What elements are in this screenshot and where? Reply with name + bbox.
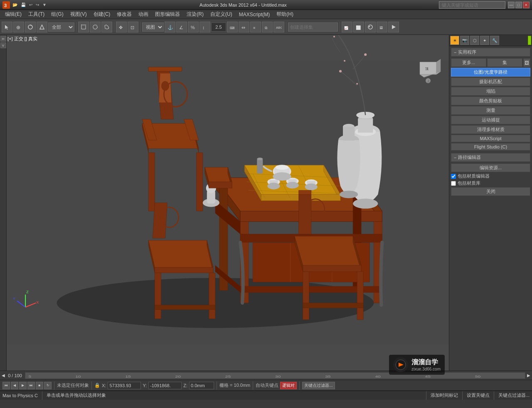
viewport-area[interactable]: [+] 正交 [] 真实 xyxy=(7,35,449,371)
menu-group[interactable]: 组(G) xyxy=(48,10,66,19)
tab-tools[interactable]: 🔧 xyxy=(490,36,499,45)
right-panel: ☀ 📷 ⬡ ✦ 🔧 − 实用程序 更多... 集 🖼 位图/光 xyxy=(449,35,532,371)
menu-view[interactable]: 视图(V) xyxy=(67,10,90,19)
play-btn[interactable]: ⏮ xyxy=(2,382,10,389)
move-tool[interactable]: ⊕ xyxy=(13,22,24,32)
utility-item-3[interactable]: 颜色剪贴板 xyxy=(451,96,530,105)
svg-point-63 xyxy=(273,172,291,181)
autokey-btn[interactable]: 逻辑对 xyxy=(280,382,297,389)
quick-access-save[interactable]: 💾 xyxy=(20,2,27,7)
set-btn[interactable]: 集 xyxy=(487,58,522,67)
search-input[interactable] xyxy=(439,1,505,9)
fence-select[interactable] xyxy=(101,22,112,32)
quick-access-redo[interactable]: ↪ xyxy=(35,2,40,7)
percent-snap[interactable]: % xyxy=(188,22,199,32)
tab-utility[interactable]: ☀ xyxy=(450,36,459,45)
menu-edit[interactable]: 编辑(E) xyxy=(2,10,25,19)
step-back-btn[interactable]: ◀ xyxy=(11,382,18,389)
svg-text:≡: ≡ xyxy=(253,26,255,30)
scale-tool[interactable] xyxy=(37,22,47,32)
zoom-ext[interactable]: ⊡ xyxy=(128,22,138,32)
include-mat-editor-checkbox[interactable] xyxy=(451,174,456,179)
svg-marker-115 xyxy=(155,267,213,273)
svg-rect-6 xyxy=(81,25,86,29)
quick-access-settings[interactable]: ▼ xyxy=(42,2,47,7)
y-input[interactable] xyxy=(148,382,182,389)
menu-render[interactable]: 渲染(R) xyxy=(183,10,207,19)
left-tool-1[interactable]: H xyxy=(0,36,6,42)
key-filter-btn[interactable]: 关键点过滤器... xyxy=(302,382,335,389)
timeline-prev[interactable]: ◀ xyxy=(2,373,5,378)
utility-item-4[interactable]: 测量 xyxy=(451,106,530,115)
utility-title: 实用程序 xyxy=(458,49,476,55)
left-tool-2[interactable]: V xyxy=(0,42,6,48)
snap-toggle[interactable]: ⚓ xyxy=(165,22,175,32)
timeline-next[interactable]: ▶ xyxy=(527,373,530,378)
restore-button[interactable]: □ xyxy=(515,2,522,8)
tab-create[interactable]: ⬡ xyxy=(470,36,479,45)
icon-btn[interactable]: 🖼 xyxy=(523,58,530,67)
utility-collapse[interactable]: − xyxy=(454,50,456,55)
material-editor[interactable] xyxy=(365,22,376,32)
stop-btn[interactable]: ■ xyxy=(36,382,43,389)
angle-snap[interactable]: ∠ xyxy=(176,22,187,32)
view-dropdown[interactable]: 视图 世界 屏幕 局部 xyxy=(142,22,164,32)
mirror-tool[interactable]: ⇔ xyxy=(239,22,249,32)
loop-btn[interactable]: ↻ xyxy=(44,382,52,389)
keyboard-shortcut[interactable]: ⌨ xyxy=(227,22,238,32)
rotate-tool[interactable] xyxy=(25,22,36,32)
watermark-logo xyxy=(393,357,408,372)
x-input[interactable] xyxy=(108,382,141,389)
layer-mgr[interactable]: ⧉ xyxy=(262,22,273,32)
svg-text:45: 45 xyxy=(425,374,431,378)
abc-btn[interactable]: ABC xyxy=(273,22,284,32)
select-filter-dropdown[interactable]: 全部 几何体 图形 灯光 摄影机 xyxy=(48,22,74,32)
zoom-input[interactable] xyxy=(211,22,226,32)
more-btn[interactable]: 更多... xyxy=(451,58,486,67)
utility-item-0[interactable]: 位图/光度学路径 xyxy=(451,68,530,77)
close-button[interactable]: ✕ xyxy=(523,2,530,8)
utility-item-6[interactable]: 清理多维材质 xyxy=(451,125,530,134)
z-input[interactable] xyxy=(189,382,214,389)
render-btn[interactable] xyxy=(388,22,399,32)
utility-item-5[interactable]: 运动捕捉 xyxy=(451,116,530,124)
align-tool[interactable]: ≡ xyxy=(250,22,261,32)
step-forward-btn[interactable]: ⏭ xyxy=(27,382,35,389)
timeline-track[interactable]: 5 10 15 20 25 30 35 40 45 50 xyxy=(25,372,525,379)
utility-item-1[interactable]: 摄影机匹配 xyxy=(451,77,530,86)
menu-customize[interactable]: 自定义(U) xyxy=(207,10,236,19)
utility-item-2[interactable]: 塌陷 xyxy=(451,87,530,96)
utility-item-7[interactable]: MAXScript xyxy=(451,135,530,142)
menu-maxscript[interactable]: MAXScript(M) xyxy=(236,11,273,18)
menu-animation[interactable]: 动画 xyxy=(135,10,152,19)
menu-help[interactable]: 帮助(H) xyxy=(273,10,297,19)
schematic-view[interactable]: ⬜ xyxy=(353,22,364,32)
menu-create[interactable]: 创建(C) xyxy=(90,10,114,19)
minimize-button[interactable]: — xyxy=(508,2,515,8)
quick-access-undo[interactable]: ↩ xyxy=(28,2,33,7)
select-tool[interactable] xyxy=(2,22,12,32)
include-mat-lib-checkbox[interactable] xyxy=(451,181,456,186)
svg-point-94 xyxy=(356,83,358,84)
path-collapse[interactable]: − xyxy=(454,155,456,160)
menu-graph-editor[interactable]: 图形编辑器 xyxy=(152,10,183,19)
menu-modifiers[interactable]: 修改器 xyxy=(113,10,135,19)
quick-access-open[interactable]: 📂 xyxy=(12,2,18,7)
tab-lights[interactable]: ✦ xyxy=(480,36,489,45)
render-setup[interactable]: 🖥 xyxy=(377,22,387,32)
svg-text:⚓: ⚓ xyxy=(167,25,173,30)
rect-select[interactable] xyxy=(78,22,89,32)
selection-set-input[interactable] xyxy=(288,22,338,32)
menu-tools[interactable]: 工具(T) xyxy=(25,10,48,19)
spinner-snap[interactable]: ↕ xyxy=(200,22,210,32)
play-forward-btn[interactable]: ▶ xyxy=(19,382,27,389)
tab-camera[interactable]: 📷 xyxy=(460,36,469,45)
status-sep-4 xyxy=(253,381,253,390)
edit-resources-btn[interactable]: 编辑资源... xyxy=(451,163,530,172)
curve-editor[interactable]: 📈 xyxy=(342,22,352,32)
circle-select[interactable] xyxy=(90,22,101,32)
pan-tool[interactable]: ✥ xyxy=(116,22,127,32)
close-btn[interactable]: 关闭 xyxy=(451,187,530,196)
viewcube[interactable]: 顶 上 xyxy=(414,56,443,85)
utility-item-8[interactable]: Flight Studio (C) xyxy=(451,143,530,151)
